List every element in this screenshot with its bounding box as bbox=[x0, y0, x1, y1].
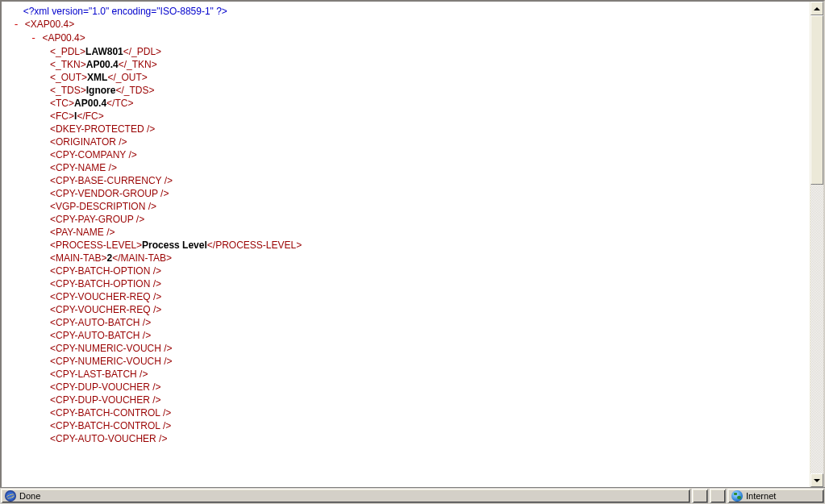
xml-leaf-node[interactable]: <PAY-NAME /> bbox=[2, 226, 810, 239]
xml-leaf-node[interactable]: <CPY-BATCH-OPTION /> bbox=[2, 277, 810, 290]
xml-leaf-node[interactable]: <CPY-BATCH-CONTROL /> bbox=[2, 406, 810, 419]
status-main-pane: Done bbox=[1, 489, 690, 503]
xml-leaf-node[interactable]: <PROCESS-LEVEL>Process Level</PROCESS-LE… bbox=[2, 239, 810, 252]
xml-leaf-node[interactable]: <CPY-BATCH-OPTION /> bbox=[2, 264, 810, 277]
xml-leaf-node[interactable]: <CPY-AUTO-BATCH /> bbox=[2, 329, 810, 342]
xml-leaf-node[interactable]: <CPY-VENDOR-GROUP /> bbox=[2, 187, 810, 200]
ie-page-icon bbox=[5, 490, 16, 502]
xml-leaf-node[interactable]: <CPY-NUMERIC-VOUCH /> bbox=[2, 342, 810, 355]
xml-leaf-node[interactable]: <_OUT>XML</_OUT> bbox=[2, 71, 810, 84]
xml-leaf-node[interactable]: <TC>AP00.4</TC> bbox=[2, 97, 810, 110]
arrow-down-icon bbox=[814, 479, 820, 482]
xml-leaf-node[interactable]: <_PDL>LAW801</_PDL> bbox=[2, 45, 810, 58]
status-text: Done bbox=[19, 491, 40, 501]
xml-leaf-node[interactable]: <CPY-PAY-GROUP /> bbox=[2, 213, 810, 226]
vertical-scrollbar[interactable] bbox=[810, 2, 823, 487]
xml-leaf-node[interactable]: <CPY-AUTO-VOUCHER /> bbox=[2, 432, 810, 445]
status-zone-pane: Internet bbox=[727, 489, 824, 503]
xml-leaf-node[interactable]: <DKEY-PROTECTED /> bbox=[2, 123, 810, 135]
status-pane-2 bbox=[692, 489, 708, 503]
xml-leaf-node[interactable]: <CPY-VOUCHER-REQ /> bbox=[2, 303, 810, 316]
xml-leaf-node[interactable]: <CPY-BATCH-CONTROL /> bbox=[2, 419, 810, 432]
xml-leaf-node[interactable]: <CPY-DUP-VOUCHER /> bbox=[2, 394, 810, 406]
xml-root-open[interactable]: - <XAP00.4> bbox=[2, 18, 810, 31]
scroll-up-button[interactable] bbox=[810, 2, 823, 15]
xml-content-area[interactable]: <?xml version="1.0" encoding="ISO-8859-1… bbox=[2, 2, 810, 487]
xml-leaf-node[interactable]: <_TDS>Ignore</_TDS> bbox=[2, 84, 810, 97]
status-pane-3 bbox=[710, 489, 726, 503]
scroll-track[interactable] bbox=[810, 15, 823, 473]
internet-zone-icon bbox=[731, 490, 743, 502]
xml-leaf-node[interactable]: <MAIN-TAB>2</MAIN-TAB> bbox=[2, 252, 810, 264]
scroll-down-button[interactable] bbox=[810, 473, 823, 487]
xml-leaf-node[interactable]: <FC>I</FC> bbox=[2, 110, 810, 123]
xml-child-open[interactable]: - <AP00.4> bbox=[2, 31, 810, 45]
xml-declaration: <?xml version="1.0" encoding="ISO-8859-1… bbox=[2, 5, 810, 18]
arrow-up-icon bbox=[814, 7, 820, 10]
status-zone-text: Internet bbox=[746, 491, 776, 501]
xml-leaf-node[interactable]: <CPY-AUTO-BATCH /> bbox=[2, 316, 810, 329]
xml-leaf-node[interactable]: <VGP-DESCRIPTION /> bbox=[2, 200, 810, 213]
xml-leaf-node[interactable]: <CPY-LAST-BATCH /> bbox=[2, 368, 810, 381]
collapse-toggle-icon[interactable]: - bbox=[2, 33, 42, 44]
xml-leaf-node[interactable]: <CPY-DUP-VOUCHER /> bbox=[2, 381, 810, 394]
status-bar: Done Internet bbox=[0, 487, 825, 504]
xml-leaf-node[interactable]: <CPY-COMPANY /> bbox=[2, 148, 810, 161]
scroll-thumb[interactable] bbox=[810, 15, 823, 185]
xml-leaf-node[interactable]: <CPY-NUMERIC-VOUCH /> bbox=[2, 355, 810, 368]
xml-leaf-node[interactable]: <CPY-BASE-CURRENCY /> bbox=[2, 174, 810, 187]
xml-leaf-node[interactable]: <_TKN>AP00.4</_TKN> bbox=[2, 58, 810, 71]
browser-viewport: <?xml version="1.0" encoding="ISO-8859-1… bbox=[0, 0, 825, 504]
collapse-toggle-icon[interactable]: - bbox=[2, 19, 25, 31]
content-wrapper: <?xml version="1.0" encoding="ISO-8859-1… bbox=[0, 0, 825, 487]
xml-leaf-node[interactable]: <CPY-NAME /> bbox=[2, 161, 810, 174]
xml-leaf-node[interactable]: <CPY-VOUCHER-REQ /> bbox=[2, 290, 810, 303]
xml-leaf-node[interactable]: <ORIGINATOR /> bbox=[2, 135, 810, 148]
